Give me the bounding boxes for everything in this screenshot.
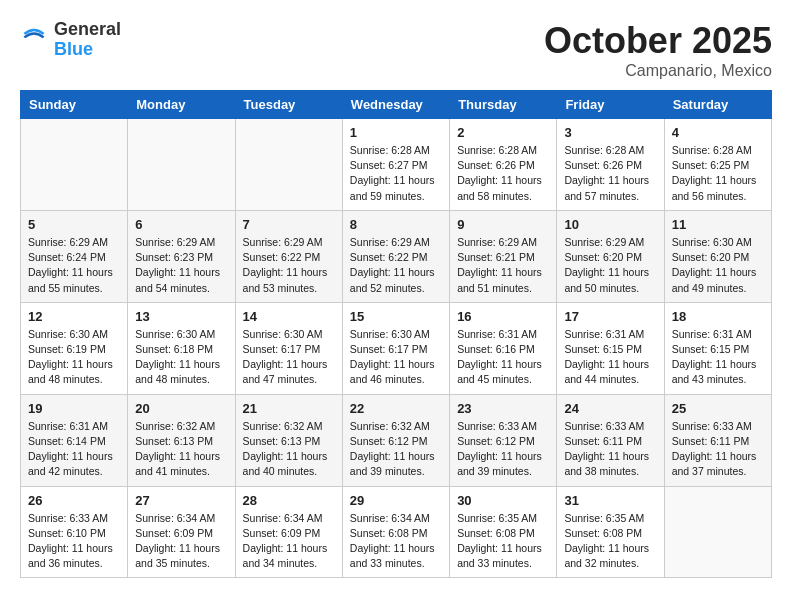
- day-number: 27: [135, 493, 227, 508]
- day-number: 3: [564, 125, 656, 140]
- day-info: Sunrise: 6:28 AM Sunset: 6:26 PM Dayligh…: [564, 143, 656, 204]
- calendar-header: SundayMondayTuesdayWednesdayThursdayFrid…: [21, 91, 772, 119]
- day-info: Sunrise: 6:33 AM Sunset: 6:11 PM Dayligh…: [672, 419, 764, 480]
- day-cell: 14Sunrise: 6:30 AM Sunset: 6:17 PM Dayli…: [235, 302, 342, 394]
- day-cell: 16Sunrise: 6:31 AM Sunset: 6:16 PM Dayli…: [450, 302, 557, 394]
- day-cell: 29Sunrise: 6:34 AM Sunset: 6:08 PM Dayli…: [342, 486, 449, 578]
- week-row-2: 12Sunrise: 6:30 AM Sunset: 6:19 PM Dayli…: [21, 302, 772, 394]
- day-cell: 12Sunrise: 6:30 AM Sunset: 6:19 PM Dayli…: [21, 302, 128, 394]
- day-cell: 1Sunrise: 6:28 AM Sunset: 6:27 PM Daylig…: [342, 119, 449, 211]
- day-cell: 13Sunrise: 6:30 AM Sunset: 6:18 PM Dayli…: [128, 302, 235, 394]
- day-info: Sunrise: 6:31 AM Sunset: 6:14 PM Dayligh…: [28, 419, 120, 480]
- day-info: Sunrise: 6:33 AM Sunset: 6:11 PM Dayligh…: [564, 419, 656, 480]
- day-info: Sunrise: 6:29 AM Sunset: 6:23 PM Dayligh…: [135, 235, 227, 296]
- day-number: 26: [28, 493, 120, 508]
- day-number: 17: [564, 309, 656, 324]
- day-number: 10: [564, 217, 656, 232]
- day-cell: [128, 119, 235, 211]
- weekday-header-tuesday: Tuesday: [235, 91, 342, 119]
- day-info: Sunrise: 6:34 AM Sunset: 6:09 PM Dayligh…: [243, 511, 335, 572]
- day-cell: 4Sunrise: 6:28 AM Sunset: 6:25 PM Daylig…: [664, 119, 771, 211]
- day-number: 16: [457, 309, 549, 324]
- day-number: 11: [672, 217, 764, 232]
- day-number: 22: [350, 401, 442, 416]
- day-info: Sunrise: 6:31 AM Sunset: 6:15 PM Dayligh…: [672, 327, 764, 388]
- day-info: Sunrise: 6:31 AM Sunset: 6:15 PM Dayligh…: [564, 327, 656, 388]
- day-cell: 19Sunrise: 6:31 AM Sunset: 6:14 PM Dayli…: [21, 394, 128, 486]
- day-cell: [235, 119, 342, 211]
- day-cell: 30Sunrise: 6:35 AM Sunset: 6:08 PM Dayli…: [450, 486, 557, 578]
- day-cell: 11Sunrise: 6:30 AM Sunset: 6:20 PM Dayli…: [664, 210, 771, 302]
- day-cell: [664, 486, 771, 578]
- day-number: 13: [135, 309, 227, 324]
- day-number: 30: [457, 493, 549, 508]
- day-cell: 22Sunrise: 6:32 AM Sunset: 6:12 PM Dayli…: [342, 394, 449, 486]
- day-info: Sunrise: 6:29 AM Sunset: 6:21 PM Dayligh…: [457, 235, 549, 296]
- week-row-1: 5Sunrise: 6:29 AM Sunset: 6:24 PM Daylig…: [21, 210, 772, 302]
- day-cell: 23Sunrise: 6:33 AM Sunset: 6:12 PM Dayli…: [450, 394, 557, 486]
- day-cell: 9Sunrise: 6:29 AM Sunset: 6:21 PM Daylig…: [450, 210, 557, 302]
- day-number: 7: [243, 217, 335, 232]
- title-block: October 2025 Campanario, Mexico: [544, 20, 772, 80]
- logo-text: General Blue: [54, 20, 121, 60]
- day-info: Sunrise: 6:28 AM Sunset: 6:26 PM Dayligh…: [457, 143, 549, 204]
- day-number: 2: [457, 125, 549, 140]
- day-number: 29: [350, 493, 442, 508]
- day-info: Sunrise: 6:32 AM Sunset: 6:13 PM Dayligh…: [243, 419, 335, 480]
- day-cell: 24Sunrise: 6:33 AM Sunset: 6:11 PM Dayli…: [557, 394, 664, 486]
- day-info: Sunrise: 6:29 AM Sunset: 6:22 PM Dayligh…: [243, 235, 335, 296]
- day-number: 23: [457, 401, 549, 416]
- logo-icon: [20, 26, 48, 54]
- day-number: 20: [135, 401, 227, 416]
- week-row-0: 1Sunrise: 6:28 AM Sunset: 6:27 PM Daylig…: [21, 119, 772, 211]
- day-cell: 26Sunrise: 6:33 AM Sunset: 6:10 PM Dayli…: [21, 486, 128, 578]
- weekday-header-sunday: Sunday: [21, 91, 128, 119]
- month-title: October 2025: [544, 20, 772, 62]
- day-info: Sunrise: 6:30 AM Sunset: 6:18 PM Dayligh…: [135, 327, 227, 388]
- day-cell: 17Sunrise: 6:31 AM Sunset: 6:15 PM Dayli…: [557, 302, 664, 394]
- calendar-body: 1Sunrise: 6:28 AM Sunset: 6:27 PM Daylig…: [21, 119, 772, 578]
- day-number: 1: [350, 125, 442, 140]
- day-cell: [21, 119, 128, 211]
- day-number: 25: [672, 401, 764, 416]
- weekday-header-monday: Monday: [128, 91, 235, 119]
- day-info: Sunrise: 6:35 AM Sunset: 6:08 PM Dayligh…: [564, 511, 656, 572]
- day-cell: 31Sunrise: 6:35 AM Sunset: 6:08 PM Dayli…: [557, 486, 664, 578]
- day-cell: 3Sunrise: 6:28 AM Sunset: 6:26 PM Daylig…: [557, 119, 664, 211]
- day-cell: 27Sunrise: 6:34 AM Sunset: 6:09 PM Dayli…: [128, 486, 235, 578]
- day-cell: 6Sunrise: 6:29 AM Sunset: 6:23 PM Daylig…: [128, 210, 235, 302]
- day-info: Sunrise: 6:34 AM Sunset: 6:09 PM Dayligh…: [135, 511, 227, 572]
- weekday-header-saturday: Saturday: [664, 91, 771, 119]
- day-info: Sunrise: 6:33 AM Sunset: 6:12 PM Dayligh…: [457, 419, 549, 480]
- day-cell: 21Sunrise: 6:32 AM Sunset: 6:13 PM Dayli…: [235, 394, 342, 486]
- week-row-4: 26Sunrise: 6:33 AM Sunset: 6:10 PM Dayli…: [21, 486, 772, 578]
- day-cell: 28Sunrise: 6:34 AM Sunset: 6:09 PM Dayli…: [235, 486, 342, 578]
- day-number: 4: [672, 125, 764, 140]
- day-number: 14: [243, 309, 335, 324]
- day-number: 28: [243, 493, 335, 508]
- location: Campanario, Mexico: [544, 62, 772, 80]
- day-number: 21: [243, 401, 335, 416]
- day-info: Sunrise: 6:30 AM Sunset: 6:17 PM Dayligh…: [350, 327, 442, 388]
- day-number: 15: [350, 309, 442, 324]
- weekday-header-wednesday: Wednesday: [342, 91, 449, 119]
- day-info: Sunrise: 6:28 AM Sunset: 6:25 PM Dayligh…: [672, 143, 764, 204]
- calendar-table: SundayMondayTuesdayWednesdayThursdayFrid…: [20, 90, 772, 578]
- day-cell: 25Sunrise: 6:33 AM Sunset: 6:11 PM Dayli…: [664, 394, 771, 486]
- day-info: Sunrise: 6:33 AM Sunset: 6:10 PM Dayligh…: [28, 511, 120, 572]
- day-info: Sunrise: 6:29 AM Sunset: 6:24 PM Dayligh…: [28, 235, 120, 296]
- day-number: 12: [28, 309, 120, 324]
- day-info: Sunrise: 6:29 AM Sunset: 6:20 PM Dayligh…: [564, 235, 656, 296]
- day-info: Sunrise: 6:28 AM Sunset: 6:27 PM Dayligh…: [350, 143, 442, 204]
- day-cell: 10Sunrise: 6:29 AM Sunset: 6:20 PM Dayli…: [557, 210, 664, 302]
- weekday-header-friday: Friday: [557, 91, 664, 119]
- day-info: Sunrise: 6:35 AM Sunset: 6:08 PM Dayligh…: [457, 511, 549, 572]
- logo: General Blue: [20, 20, 121, 60]
- day-info: Sunrise: 6:32 AM Sunset: 6:13 PM Dayligh…: [135, 419, 227, 480]
- day-info: Sunrise: 6:31 AM Sunset: 6:16 PM Dayligh…: [457, 327, 549, 388]
- day-cell: 20Sunrise: 6:32 AM Sunset: 6:13 PM Dayli…: [128, 394, 235, 486]
- day-number: 9: [457, 217, 549, 232]
- day-cell: 15Sunrise: 6:30 AM Sunset: 6:17 PM Dayli…: [342, 302, 449, 394]
- day-number: 8: [350, 217, 442, 232]
- week-row-3: 19Sunrise: 6:31 AM Sunset: 6:14 PM Dayli…: [21, 394, 772, 486]
